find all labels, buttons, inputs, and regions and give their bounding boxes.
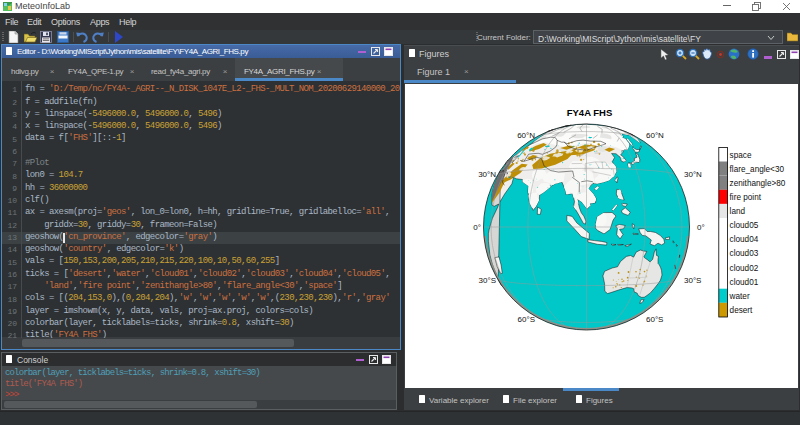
svg-text:fire point: fire point: [730, 193, 762, 202]
svg-text:0°: 0°: [697, 223, 705, 232]
svg-text:cloud05: cloud05: [730, 221, 759, 230]
svg-text:60°S: 60°S: [646, 315, 663, 324]
svg-text:30°S: 30°S: [684, 276, 701, 285]
svg-text:0°: 0°: [473, 223, 481, 232]
svg-text:FY4A FHS: FY4A FHS: [567, 107, 613, 118]
svg-text:cloud04: cloud04: [730, 235, 759, 244]
svg-text:space: space: [730, 151, 752, 160]
svg-text:cloud02: cloud02: [730, 264, 759, 273]
svg-text:cloud01: cloud01: [730, 278, 759, 287]
svg-text:land: land: [730, 207, 746, 216]
svg-text:water: water: [729, 292, 750, 301]
svg-text:30°N: 30°N: [684, 170, 702, 179]
svg-text:30°S: 30°S: [479, 276, 496, 285]
svg-text:flare_angle<30: flare_angle<30: [730, 165, 785, 174]
svg-text:60°N: 60°N: [517, 131, 535, 140]
svg-text:desert: desert: [730, 306, 753, 315]
svg-text:60°N: 60°N: [646, 131, 664, 140]
svg-text:30°N: 30°N: [478, 170, 496, 179]
svg-text:60°S: 60°S: [518, 315, 535, 324]
svg-text:cloud03: cloud03: [730, 249, 759, 258]
svg-text:zenithangle>80: zenithangle>80: [730, 179, 786, 188]
